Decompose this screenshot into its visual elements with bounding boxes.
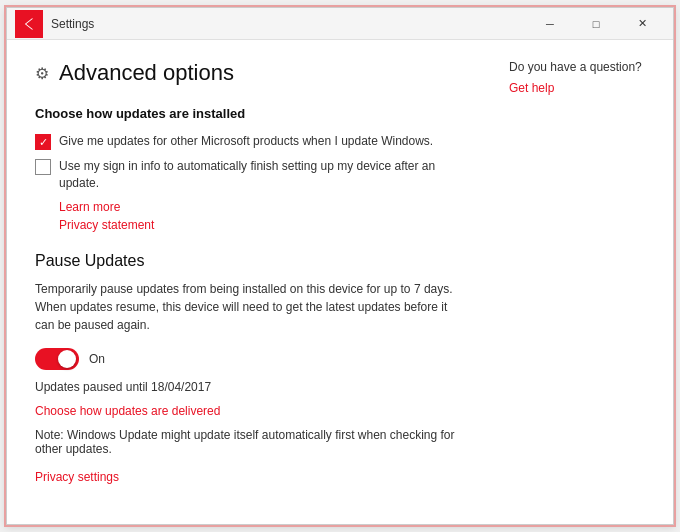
- note-text: Note: Windows Update might update itself…: [35, 428, 465, 456]
- checkbox2[interactable]: [35, 159, 51, 175]
- maximize-button[interactable]: □: [573, 8, 619, 40]
- window-title: Settings: [51, 17, 527, 31]
- main-content: ⚙ Advanced options Choose how updates ar…: [7, 40, 493, 524]
- toggle-knob: [58, 350, 76, 368]
- paused-until-text: Updates paused until 18/04/2017: [35, 380, 465, 394]
- close-button[interactable]: ✕: [619, 8, 665, 40]
- learn-more-link[interactable]: Learn more: [59, 200, 465, 214]
- pause-section: Pause Updates Temporarily pause updates …: [35, 252, 465, 484]
- settings-window: Settings ─ □ ✕ ⚙ Advanced options Choose…: [6, 7, 674, 525]
- pause-title: Pause Updates: [35, 252, 465, 270]
- checkbox1-row: Give me updates for other Microsoft prod…: [35, 133, 465, 150]
- pause-description: Temporarily pause updates from being ins…: [35, 280, 465, 334]
- checkbox1-label: Give me updates for other Microsoft prod…: [59, 133, 433, 150]
- svg-marker-0: [25, 18, 33, 29]
- section1-title: Choose how updates are installed: [35, 106, 465, 121]
- page-title-row: ⚙ Advanced options: [35, 60, 465, 86]
- sidebar-question: Do you have a question?: [509, 60, 657, 74]
- gear-icon: ⚙: [35, 64, 49, 83]
- toggle-row: On: [35, 348, 465, 370]
- page-title: Advanced options: [59, 60, 234, 86]
- back-icon: [22, 17, 36, 31]
- checkbox1[interactable]: [35, 134, 51, 150]
- minimize-button[interactable]: ─: [527, 8, 573, 40]
- window-controls: ─ □ ✕: [527, 8, 665, 40]
- pause-toggle[interactable]: [35, 348, 79, 370]
- title-bar: Settings ─ □ ✕: [7, 8, 673, 40]
- sidebar: Do you have a question? Get help: [493, 40, 673, 524]
- choose-updates-link[interactable]: Choose how updates are delivered: [35, 404, 465, 418]
- privacy-settings-link[interactable]: Privacy settings: [35, 470, 465, 484]
- toggle-label: On: [89, 352, 105, 366]
- back-button[interactable]: [15, 10, 43, 38]
- checkbox2-row: Use my sign in info to automatically fin…: [35, 158, 465, 192]
- content-area: ⚙ Advanced options Choose how updates ar…: [7, 40, 673, 524]
- privacy-statement-link[interactable]: Privacy statement: [59, 218, 465, 232]
- get-help-link[interactable]: Get help: [509, 81, 554, 95]
- checkbox2-label: Use my sign in info to automatically fin…: [59, 158, 465, 192]
